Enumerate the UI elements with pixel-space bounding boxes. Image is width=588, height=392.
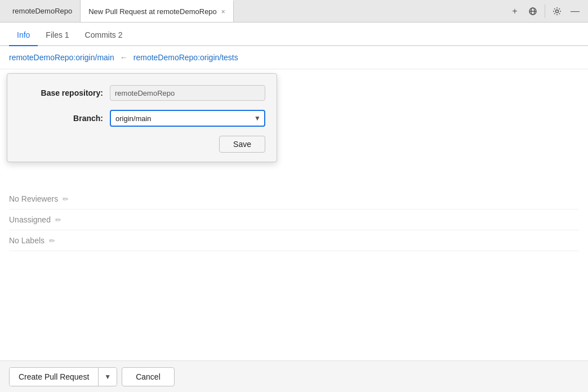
save-button[interactable]: Save: [219, 136, 265, 153]
branch-arrow-icon: ←: [120, 53, 128, 62]
title-bar-separator: [545, 5, 545, 18]
cancel-button[interactable]: Cancel: [122, 367, 175, 386]
tab-label-1: remoteDemoRepo: [12, 7, 72, 15]
labels-item: No Labels ✏: [9, 230, 579, 251]
labels-edit-icon[interactable]: ✏: [49, 237, 55, 245]
tab-commits[interactable]: Commits 2: [77, 26, 131, 46]
create-pr-button[interactable]: Create Pull Request: [10, 368, 99, 386]
tab-close-icon[interactable]: ×: [221, 8, 225, 15]
create-pr-dropdown-button[interactable]: ▼: [99, 368, 117, 385]
branch-select-wrapper: origin/main origin/tests origin/develop …: [110, 110, 265, 127]
bottom-bar: Create Pull Request ▼ Cancel: [0, 360, 588, 392]
branch-header: remoteDemoRepo:origin/main ← remoteDemoR…: [0, 46, 588, 69]
branch-label: Branch:: [19, 114, 103, 123]
tab-label-2: New Pull Request at remoteDemoRepo: [88, 7, 217, 16]
assignee-edit-icon[interactable]: ✏: [55, 216, 61, 224]
create-pr-wrapper: Create Pull Request ▼: [9, 367, 117, 386]
add-tab-button[interactable]: +: [506, 3, 523, 20]
base-repo-row: Base repository:: [19, 85, 265, 101]
base-repo-label: Base repository:: [19, 88, 103, 97]
reviewers-edit-icon[interactable]: ✏: [63, 195, 69, 203]
tab-new-pull-request[interactable]: New Pull Request at remoteDemoRepo ×: [81, 0, 234, 22]
compare-branch-link[interactable]: remoteDemoRepo:origin/tests: [133, 53, 238, 62]
svg-point-3: [556, 10, 559, 12]
assignee-text: Unassigned: [9, 215, 51, 224]
globe-button[interactable]: [524, 3, 541, 20]
tab-files[interactable]: Files 1: [38, 26, 77, 46]
base-branch-link[interactable]: remoteDemoRepo:origin/main: [9, 53, 114, 62]
assignee-item: Unassigned ✏: [9, 210, 579, 230]
branch-select[interactable]: origin/main origin/tests origin/develop: [110, 110, 265, 127]
reviewers-item: No Reviewers ✏: [9, 189, 579, 210]
minimize-button[interactable]: —: [567, 3, 583, 20]
main-content: remoteDemoRepo:origin/main ← remoteDemoR…: [0, 46, 588, 392]
sub-tab-bar: Info Files 1 Commits 2: [0, 23, 588, 46]
reviewers-text: No Reviewers: [9, 194, 58, 203]
popup-save-row: Save: [19, 136, 265, 153]
labels-text: No Labels: [9, 236, 44, 245]
base-repo-input[interactable]: [110, 85, 265, 101]
popup-panel: Base repository: Branch: origin/main ori…: [7, 73, 277, 162]
branch-row: Branch: origin/main origin/tests origin/…: [19, 110, 265, 127]
title-bar-actions: + —: [506, 3, 583, 20]
tab-remote-demo-repo[interactable]: remoteDemoRepo: [5, 0, 81, 22]
info-items: No Reviewers ✏ Unassigned ✏ No Labels ✏: [0, 182, 588, 258]
tab-info[interactable]: Info: [9, 26, 38, 46]
title-bar: remoteDemoRepo New Pull Request at remot…: [0, 0, 588, 23]
settings-button[interactable]: [549, 3, 565, 20]
